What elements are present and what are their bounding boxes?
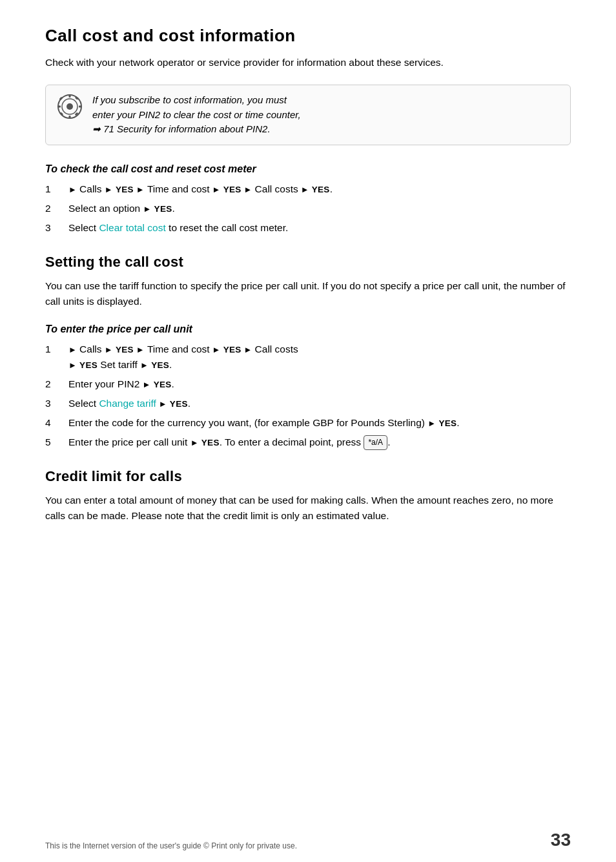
info-icon bbox=[56, 93, 83, 120]
check-cost-steps: 1 ► Calls ► YES ► Time and cost ► YES ► … bbox=[45, 181, 571, 236]
main-title: Call cost and cost information bbox=[45, 26, 571, 46]
svg-point-10 bbox=[67, 103, 73, 110]
step-3: 3 Select Clear total cost to reset the c… bbox=[45, 220, 571, 236]
ep-step-3: 3 Select Change tariff ► YES. bbox=[45, 396, 571, 411]
check-cost-subtitle: To check the call cost and reset cost me… bbox=[45, 163, 571, 175]
page-number: 33 bbox=[551, 830, 571, 850]
svg-rect-2 bbox=[69, 94, 71, 97]
step-1: 1 ► Calls ► YES ► Time and cost ► YES ► … bbox=[45, 181, 571, 197]
key-star: *a/A bbox=[364, 435, 387, 450]
svg-rect-4 bbox=[57, 106, 61, 108]
credit-limit-title: Credit limit for calls bbox=[45, 468, 571, 485]
ep-step-4: 4 Enter the code for the currency you wa… bbox=[45, 415, 571, 431]
setting-call-cost-body: You can use the tariff function to speci… bbox=[45, 278, 571, 309]
intro-paragraph: Check with your network operator or serv… bbox=[45, 55, 571, 70]
footer-note: This is the Internet version of the user… bbox=[45, 841, 297, 850]
page-footer: This is the Internet version of the user… bbox=[0, 830, 616, 850]
ep-step-2: 2 Enter your PIN2 ► YES. bbox=[45, 376, 571, 392]
ep-step-1: 1 ► Calls ► YES ► Time and cost ► YES ► … bbox=[45, 342, 571, 373]
page-content: Call cost and cost information Check wit… bbox=[0, 0, 616, 577]
enter-price-steps: 1 ► Calls ► YES ► Time and cost ► YES ► … bbox=[45, 342, 571, 450]
enter-price-subtitle: To enter the price per call unit bbox=[45, 323, 571, 335]
note-box: If you subscribe to cost information, yo… bbox=[45, 85, 571, 145]
svg-rect-5 bbox=[79, 106, 82, 108]
setting-call-cost-title: Setting the call cost bbox=[45, 254, 571, 271]
ep-step-5: 5 Enter the price per call unit ► YES. T… bbox=[45, 435, 571, 450]
credit-limit-body: You can enter a total amount of money th… bbox=[45, 493, 571, 524]
note-text: If you subscribe to cost information, yo… bbox=[92, 93, 301, 137]
svg-rect-3 bbox=[69, 116, 71, 119]
step-2: 2 Select an option ► YES. bbox=[45, 201, 571, 216]
